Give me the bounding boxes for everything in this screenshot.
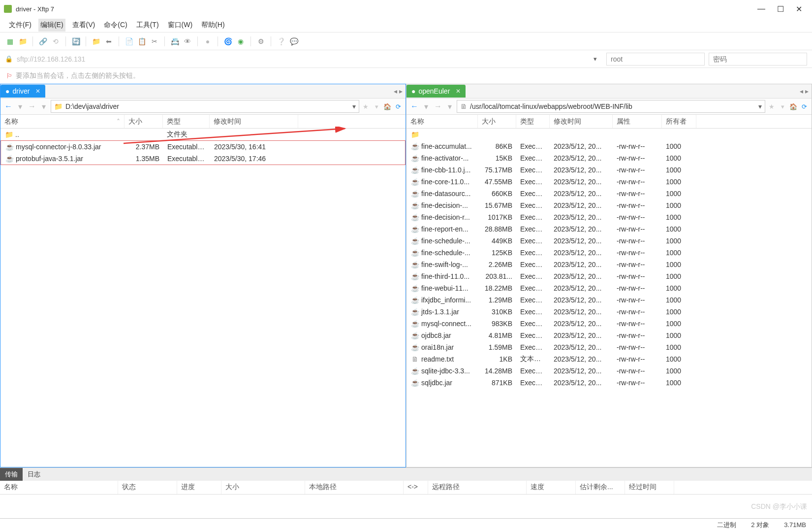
status-green-icon[interactable]: ◉ [236, 36, 246, 46]
transfer-left-icon[interactable]: ⬅ [104, 36, 114, 46]
star-icon[interactable]: ★ [767, 102, 776, 111]
swirl-icon[interactable]: 🌀 [223, 36, 233, 46]
gear-icon[interactable]: ⚙ [256, 36, 266, 46]
menu-help[interactable]: 帮助(H) [199, 19, 226, 32]
col-name[interactable]: 名称 [406, 115, 478, 128]
file-row[interactable]: ☕mysql-connector-j-8.0.33.jar 2.37MB Exe… [1, 141, 405, 153]
forward-icon[interactable]: → [433, 102, 443, 111]
refresh-icon[interactable]: ⟳ [800, 102, 809, 111]
back-dd-icon[interactable]: ▾ [421, 102, 431, 111]
file-row[interactable]: ☕fine-webui-11...18.22MBExecut...2023/5/… [406, 282, 812, 294]
star-dd-icon[interactable]: ▾ [372, 102, 381, 111]
back-dd-icon[interactable]: ▾ [15, 102, 25, 111]
minimize-button[interactable]: — [757, 4, 765, 14]
tab-prev-icon[interactable]: ◂ [394, 87, 397, 95]
remote-path-input[interactable]: 🗎 /usr/local/tomcat-linux/webapps/webroo… [457, 100, 765, 113]
close-icon[interactable]: ✕ [35, 88, 40, 95]
tcol-size[interactable]: 大小 [221, 481, 305, 494]
file-row[interactable]: ☕fine-swift-log-...2.26MBExecut...2023/5… [406, 259, 812, 270]
local-filelist[interactable]: 📁.. 文件夹 ☕mysql-connector-j-8.0.33.jar 2.… [0, 129, 406, 467]
star-dd-icon[interactable]: ▾ [778, 102, 787, 111]
new-session-icon[interactable]: ▦ [5, 36, 15, 46]
forward-dd-icon[interactable]: ▾ [445, 102, 455, 111]
tcol-status[interactable]: 状态 [118, 481, 177, 494]
home-icon[interactable]: 🏠 [789, 102, 798, 111]
file-row[interactable]: ☕fine-third-11.0...203.81...Execut...202… [406, 270, 812, 282]
parent-dir-row[interactable]: 📁.. 文件夹 [0, 129, 406, 140]
tcol-local[interactable]: 本地路径 [305, 481, 404, 494]
chevron-down-icon[interactable]: ▾ [352, 102, 356, 110]
menu-window[interactable]: 窗口(W) [166, 19, 195, 32]
copy-icon[interactable]: 📄 [124, 36, 134, 46]
username-input[interactable] [606, 53, 705, 66]
password-input[interactable] [709, 53, 807, 66]
menu-edit[interactable]: 编辑(E) [38, 19, 65, 32]
home-icon[interactable]: 🏠 [383, 102, 392, 111]
file-row[interactable]: ☕ifxjdbc_informi...1.29MBExecut...2023/5… [406, 294, 812, 306]
file-row[interactable]: ☕fine-schedule-...449KBExecut...2023/5/1… [406, 235, 812, 247]
new-folder-icon[interactable]: 📁 [91, 36, 101, 46]
view-icon[interactable]: 👁 [183, 36, 192, 46]
forward-dd-icon[interactable]: ▾ [39, 102, 49, 111]
menu-file[interactable]: 文件(F) [7, 19, 33, 32]
tab-next-icon[interactable]: ▸ [805, 87, 809, 95]
tab-log[interactable]: 日志 [23, 468, 45, 481]
chevron-down-icon[interactable]: ▾ [758, 102, 762, 110]
chat-icon[interactable]: 💬 [289, 36, 299, 46]
file-row[interactable]: ☕orai18n.jar1.59MBExecut...2023/5/12, 20… [406, 341, 812, 353]
tab-transfer[interactable]: 传输 [0, 468, 23, 481]
open-folder-icon[interactable]: 📁 [18, 36, 28, 46]
file-row[interactable]: ☕protobuf-java-3.5.1.jar 1.35MB Executab… [1, 153, 405, 165]
menu-cmd[interactable]: 命令(C) [102, 19, 129, 32]
file-row[interactable]: ☕fine-report-en...28.88MBExecut...2023/5… [406, 223, 812, 235]
menu-tool[interactable]: 工具(T) [134, 19, 161, 32]
file-row[interactable]: 🗎readme.txt1KB文本文档2023/5/12, 20...-rw-rw… [406, 353, 812, 365]
file-row[interactable]: ☕sqljdbc.jar871KBExecut...2023/5/12, 20.… [406, 377, 812, 389]
file-row[interactable]: ☕fine-decision-r...1017KBExecut...2023/5… [406, 211, 812, 223]
stop-icon[interactable]: ● [203, 36, 213, 46]
file-row[interactable]: ☕mysql-connect...983KBExecut...2023/5/12… [406, 318, 812, 330]
sync-icon[interactable]: 🔄 [71, 36, 81, 46]
file-row[interactable]: ☕fine-accumulat...86KBExecut...2023/5/12… [406, 140, 812, 152]
local-tab[interactable]: ● driver ✕ [0, 85, 45, 98]
col-name[interactable]: 名称˄ [0, 115, 125, 128]
back-icon[interactable]: ← [409, 102, 419, 111]
tcol-elapsed[interactable]: 经过时间 [625, 481, 674, 494]
star-icon[interactable]: ★ [361, 102, 370, 111]
menu-view[interactable]: 查看(V) [70, 19, 97, 32]
help-icon[interactable]: ❔ [276, 36, 286, 46]
remote-filelist[interactable]: 📁 ☕fine-accumulat...86KBExecut...2023/5/… [406, 129, 812, 467]
file-row[interactable]: ☕fine-core-11.0...47.55MBExecut...2023/5… [406, 176, 812, 188]
file-row[interactable]: ☕sqlite-jdbc-3.3...14.28MBExecut...2023/… [406, 365, 812, 377]
col-type[interactable]: 类型 [516, 115, 550, 128]
local-path-input[interactable]: 📁 D:\dev\java\driver ▾ [51, 100, 359, 113]
file-row[interactable]: ☕jtds-1.3.1.jar310KBExecut...2023/5/12, … [406, 306, 812, 318]
parent-dir-row[interactable]: 📁 [406, 129, 812, 140]
file-row[interactable]: ☕ojdbc8.jar4.81MBExecut...2023/5/12, 20.… [406, 330, 812, 341]
file-row[interactable]: ☕fine-activator-...15KBExecut...2023/5/1… [406, 152, 812, 164]
refresh-icon[interactable]: ⟳ [394, 102, 403, 111]
link-icon[interactable]: 🔗 [38, 36, 48, 46]
reconnect-icon[interactable]: ⟲ [51, 36, 61, 46]
paste-icon[interactable]: 📋 [137, 36, 147, 46]
col-size[interactable]: 大小 [125, 115, 163, 128]
col-modified[interactable]: 修改时间 [210, 115, 298, 128]
address-dropdown-icon[interactable]: ▾ [593, 55, 602, 63]
close-button[interactable]: ✕ [796, 4, 802, 14]
tcol-name[interactable]: 名称 [0, 481, 118, 494]
col-owner[interactable]: 所有者 [662, 115, 696, 128]
close-icon[interactable]: ✕ [456, 88, 461, 95]
col-type[interactable]: 类型 [163, 115, 210, 128]
forward-icon[interactable]: → [27, 102, 37, 111]
tcol-progress[interactable]: 进度 [177, 481, 221, 494]
col-attr[interactable]: 属性 [613, 115, 662, 128]
tab-prev-icon[interactable]: ◂ [800, 87, 803, 95]
col-size[interactable]: 大小 [478, 115, 516, 128]
back-icon[interactable]: ← [3, 102, 13, 111]
properties-icon[interactable]: 📇 [170, 36, 180, 46]
tcol-eta[interactable]: 估计剩余... [576, 481, 625, 494]
maximize-button[interactable]: ☐ [777, 4, 784, 14]
file-row[interactable]: ☕fine-datasourc...660KBExecut...2023/5/1… [406, 188, 812, 199]
cut-icon[interactable]: ✂ [150, 36, 159, 46]
file-row[interactable]: ☕fine-schedule-...125KBExecut...2023/5/1… [406, 247, 812, 259]
